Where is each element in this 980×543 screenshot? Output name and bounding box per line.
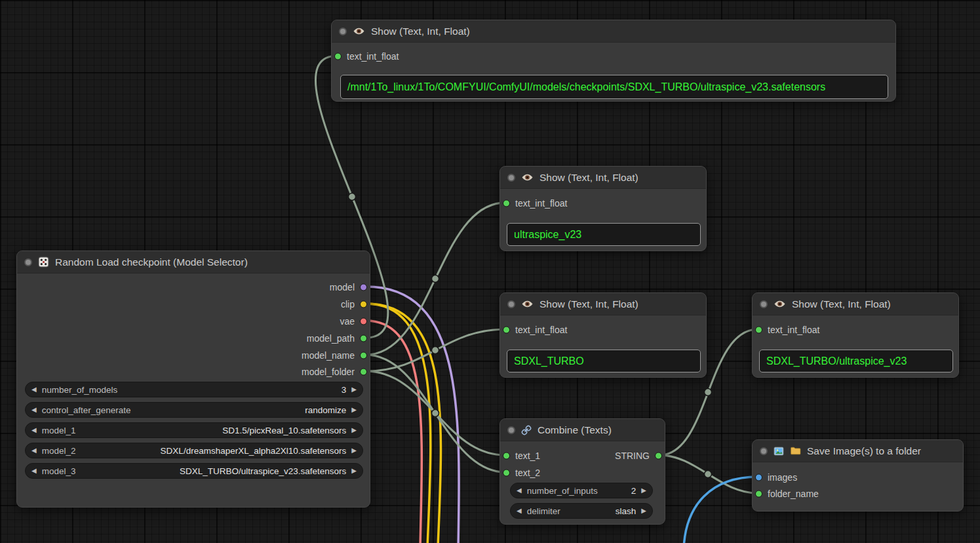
- eye-icon: [521, 173, 534, 182]
- input-slot-text-1[interactable]: [503, 452, 510, 460]
- widget-number-of-inputs[interactable]: ◀ number_of_inputs 2 ▶: [510, 483, 653, 498]
- node-combine-texts[interactable]: Combine (Texts) text_1 STRING text_2 ◀ n…: [500, 418, 665, 525]
- output-slot-row: model: [17, 279, 370, 296]
- decrement-arrow-icon[interactable]: ◀: [31, 468, 37, 474]
- link-icon: [521, 425, 532, 435]
- input-slot-text-int-float[interactable]: [755, 327, 762, 334]
- link-midpoint-dot: [705, 389, 712, 396]
- node-show-folder[interactable]: Show (Text, Int, Float) text_int_float S…: [500, 292, 707, 378]
- node-title-bar[interactable]: Save Image(s) to a folder: [753, 440, 963, 462]
- decrement-arrow-icon[interactable]: ◀: [31, 447, 37, 454]
- input-slot-label: text_int_float: [768, 325, 819, 335]
- output-slot-label: model_name: [302, 350, 355, 361]
- text-display[interactable]: /mnt/1To_linux/1To/COMFYUI/ComfyUI/model…: [340, 75, 888, 99]
- slot-row-text1-string: text_1 STRING: [500, 447, 665, 464]
- input-slot-label: text_int_float: [347, 51, 399, 62]
- widget-name: number_of_models: [42, 385, 118, 395]
- collapse-dot[interactable]: [760, 300, 768, 308]
- output-slot-model-path[interactable]: [360, 335, 367, 342]
- widget-model-3[interactable]: ◀ model_3 SDXL_TURBO/ultraspice_v23.safe…: [25, 463, 363, 479]
- node-title: Show (Text, Int, Float): [371, 26, 470, 37]
- text-display[interactable]: ultraspice_v23: [507, 223, 701, 246]
- increment-arrow-icon[interactable]: ▶: [351, 386, 357, 393]
- node-title: Show (Text, Int, Float): [792, 298, 891, 310]
- input-slot-label: images: [768, 472, 797, 483]
- link-midpoint-dot: [432, 347, 439, 354]
- collapse-dot[interactable]: [24, 258, 32, 266]
- node-random-load-checkpoint[interactable]: Random Load checkpoint (Model Selector) …: [16, 251, 370, 508]
- decrement-arrow-icon[interactable]: ◀: [31, 407, 37, 413]
- dice-icon: [38, 256, 49, 268]
- increment-arrow-icon[interactable]: ▶: [351, 468, 357, 474]
- output-slot-string[interactable]: [655, 452, 662, 460]
- collapse-dot[interactable]: [507, 174, 515, 182]
- widget-name: control_after_generate: [42, 405, 131, 415]
- decrement-arrow-icon[interactable]: ◀: [517, 487, 522, 494]
- widget-name: number_of_inputs: [527, 486, 598, 496]
- input-slot-folder-name[interactable]: [755, 491, 762, 498]
- widget-name: model_2: [42, 446, 76, 456]
- increment-arrow-icon[interactable]: ▶: [641, 508, 646, 514]
- input-slot-text-int-float[interactable]: [503, 327, 510, 334]
- output-slot-label: vae: [340, 316, 355, 327]
- node-title-bar[interactable]: Show (Text, Int, Float): [500, 293, 706, 315]
- output-slot-clip[interactable]: [360, 301, 367, 308]
- collapse-dot[interactable]: [507, 426, 515, 434]
- input-slot-text-int-float[interactable]: [334, 53, 342, 60]
- input-slot-row: folder_name: [753, 485, 963, 502]
- node-title: Save Image(s) to a folder: [807, 445, 921, 457]
- widget-value: SDXL/dreamshaperXL_alpha2Xl10.safetensor…: [161, 446, 347, 456]
- widget-control-after-generate[interactable]: ◀ control_after_generate randomize ▶: [25, 402, 363, 418]
- node-title-bar[interactable]: Random Load checkpoint (Model Selector): [17, 251, 370, 273]
- input-slot-row: text_int_float: [753, 321, 958, 338]
- input-slot-text-2[interactable]: [503, 470, 510, 477]
- node-show-path[interactable]: Show (Text, Int, Float) text_int_float /…: [331, 20, 896, 102]
- output-slot-label: model: [330, 282, 355, 292]
- output-slot-model[interactable]: [360, 284, 367, 291]
- increment-arrow-icon[interactable]: ▶: [351, 447, 357, 454]
- input-slot-label: text_2: [515, 468, 540, 478]
- link-midpoint-dot: [432, 275, 439, 283]
- collapse-dot[interactable]: [760, 447, 768, 455]
- node-show-name[interactable]: Show (Text, Int, Float) text_int_float u…: [500, 166, 707, 251]
- eye-icon: [521, 300, 534, 308]
- widget-name: model_3: [42, 466, 76, 476]
- node-title-bar[interactable]: Show (Text, Int, Float): [753, 293, 958, 315]
- input-slot-text-int-float[interactable]: [503, 200, 510, 207]
- input-slot-row: text_int_float: [500, 195, 706, 212]
- widget-value: SDXL_TURBO/ultraspice_v23.safetensors: [180, 466, 346, 476]
- widget-number-of-models[interactable]: ◀ number_of_models 3 ▶: [25, 382, 363, 397]
- input-slot-label: text_1: [515, 451, 540, 461]
- increment-arrow-icon[interactable]: ▶: [351, 427, 357, 433]
- text-display[interactable]: SDXL_TURBO/ultraspice_v23: [759, 350, 953, 372]
- output-slot-label: model_folder: [302, 367, 355, 377]
- widget-name: model_1: [42, 426, 76, 435]
- text-display[interactable]: SDXL_TURBO: [507, 350, 701, 372]
- input-slot-images[interactable]: [755, 474, 762, 481]
- node-title-bar[interactable]: Combine (Texts): [500, 419, 665, 441]
- output-slot-model-folder[interactable]: [360, 369, 367, 376]
- output-slot-model-name[interactable]: [360, 352, 367, 359]
- widget-delimiter[interactable]: ◀ delimiter slash ▶: [510, 503, 653, 519]
- decrement-arrow-icon[interactable]: ◀: [517, 508, 522, 514]
- node-save-images-to-folder[interactable]: Save Image(s) to a folder images folder_…: [752, 439, 964, 512]
- widget-value: 3: [342, 385, 347, 395]
- output-slot-label: clip: [341, 299, 355, 310]
- increment-arrow-icon[interactable]: ▶: [351, 407, 357, 413]
- link-midpoint-dot: [349, 193, 356, 201]
- output-slot-row: model_folder: [17, 363, 370, 380]
- output-slot-label: STRING: [615, 451, 650, 461]
- node-show-combined[interactable]: Show (Text, Int, Float) text_int_float S…: [752, 292, 959, 378]
- node-title-bar[interactable]: Show (Text, Int, Float): [332, 20, 895, 43]
- collapse-dot[interactable]: [339, 28, 347, 35]
- link-midpoint-dot: [432, 410, 439, 417]
- collapse-dot[interactable]: [507, 300, 515, 308]
- decrement-arrow-icon[interactable]: ◀: [31, 427, 37, 433]
- output-slot-row: model_name: [17, 347, 370, 364]
- decrement-arrow-icon[interactable]: ◀: [31, 386, 37, 393]
- widget-model-2[interactable]: ◀ model_2 SDXL/dreamshaperXL_alpha2Xl10.…: [25, 443, 363, 458]
- increment-arrow-icon[interactable]: ▶: [641, 487, 646, 494]
- output-slot-vae[interactable]: [360, 318, 367, 325]
- widget-model-1[interactable]: ◀ model_1 SD1.5/picxReal_10.safetensors …: [25, 422, 363, 438]
- node-title-bar[interactable]: Show (Text, Int, Float): [500, 167, 706, 189]
